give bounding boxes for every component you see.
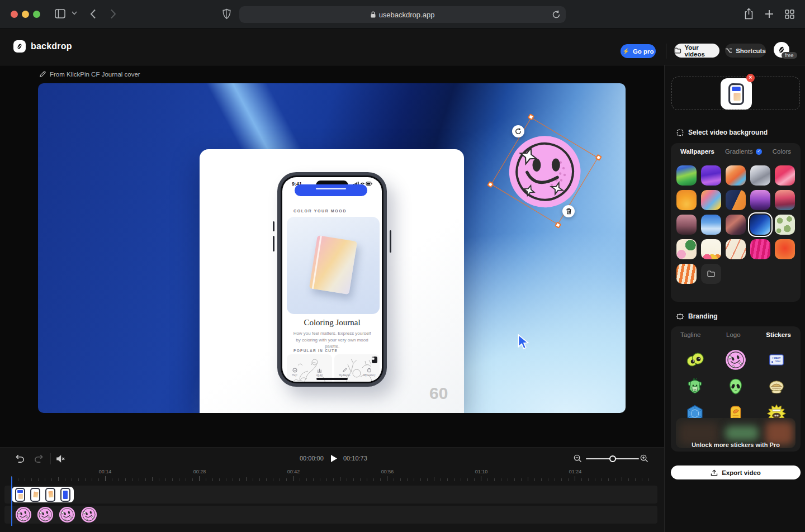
back-button[interactable] [90,9,96,19]
wallpaper-orange-swirl[interactable] [726,165,746,186]
brand[interactable]: backdrop [13,40,72,53]
privacy-shield-icon[interactable] [222,8,231,20]
wallpaper-cobalt-silk[interactable] [750,215,770,235]
tab-overview-icon[interactable] [785,10,794,19]
wallpaper-arch-collage[interactable] [701,239,721,259]
wallpaper-sky-clouds[interactable] [701,215,721,235]
tab-wallpapers[interactable]: Wallpapers [680,148,714,155]
sticker-grid [671,343,801,428]
canvas-smiley-sticker[interactable] [498,124,592,218]
new-tab-icon[interactable] [765,10,774,18]
wallpaper-sage-matisse[interactable] [775,215,795,235]
window-zoom-button[interactable] [33,11,40,18]
delete-sticker-button[interactable] [562,205,575,217]
sticker-taco-cream[interactable] [756,374,797,399]
resize-handle[interactable] [595,154,602,161]
forward-button[interactable] [110,9,116,19]
zoom-slider-knob[interactable] [609,455,616,462]
ruler-tick [447,478,448,481]
shortcuts-button[interactable]: Shortcuts [725,44,766,58]
wallpaper-magenta-swirl[interactable] [750,239,770,259]
wallpaper-squiggle-cream[interactable] [726,239,746,259]
source-label-row[interactable]: From KlickPin CF Journal cover [39,71,140,78]
window-close-button[interactable] [11,11,18,18]
wallpaper-poppy-orange[interactable] [676,190,697,210]
export-video-button[interactable]: Export video [671,466,801,479]
pro-stickers-banner[interactable]: Unlock more stickers with Pro [676,418,795,448]
wallpaper-coral-glow[interactable] [775,239,795,259]
video-canvas[interactable]: 9:41 COLOR YOUR MOOD Coloring Journal [38,83,626,413]
tab-logo[interactable]: Logo [726,331,741,338]
current-time: 00:00:00 [300,455,324,462]
address-bar[interactable]: usebackdrop.app [239,6,566,23]
video-clip[interactable] [12,487,74,502]
zoom-slider[interactable] [586,458,639,459]
branding-icon [676,313,684,320]
undo-button[interactable] [15,454,25,463]
ruler-tick [125,478,126,481]
wallpaper-leaf-collage[interactable] [676,239,697,259]
ruler-tick [18,478,18,481]
ruler-tick [112,478,112,481]
ruler-tick [333,478,334,481]
ruler-tick [487,478,488,481]
wallpaper-sonoma-green[interactable] [676,165,697,186]
journal-book-image [309,235,357,294]
sidebar-toggle-icon[interactable] [55,9,65,18]
redo-button[interactable] [34,454,44,463]
wallpaper-bigsur-pink[interactable] [775,165,795,186]
tab-colors[interactable]: Colors [773,148,791,155]
clip-thumb-smiley-pink [59,506,75,523]
resize-handle[interactable] [555,222,561,229]
ruler-tick [387,476,387,481]
brand-name: backdrop [31,41,72,51]
window-minimize-button[interactable] [22,11,29,18]
active-asset-slot[interactable]: × [671,77,800,110]
mute-button[interactable] [56,454,65,463]
ruler-tick [501,478,501,481]
tab-stickers[interactable]: Stickers [766,331,791,338]
wallpaper-ember-wave[interactable] [726,215,746,235]
wallpaper-navy-orange[interactable] [726,190,746,210]
phone-power-button [390,230,391,253]
home-indicator [316,378,348,380]
rotate-sticker-button[interactable] [512,125,524,137]
sticker-eyes-green[interactable] [674,348,715,372]
chevron-down-icon[interactable] [72,11,77,15]
share-icon[interactable] [744,8,754,20]
wallpaper-tiger-waves[interactable] [676,264,697,284]
ruler-tick [635,478,636,481]
tab-tagline[interactable]: Tagline [680,331,700,338]
sticker-selection-box[interactable] [491,117,598,225]
wallpaper-mauve-dusk[interactable] [676,215,697,235]
wallpaper-crimson-lake[interactable] [775,190,795,210]
video-asset-thumbnail[interactable] [721,78,752,110]
wallpaper-silver-wave[interactable] [750,165,770,186]
lightning-icon: ⚡ [622,48,629,54]
wallpaper-gradient-blur[interactable] [701,190,721,210]
wallpaper-purple-dunes[interactable] [701,165,721,186]
sticker-gorilla-green[interactable] [674,374,715,399]
resize-handle[interactable] [487,181,494,188]
play-button[interactable] [330,454,338,463]
your-videos-button[interactable]: Your videos [674,44,719,58]
ruler-label: 00:42 [287,469,300,474]
wallpaper-upload-folder[interactable] [701,264,721,284]
ruler-tick [494,478,495,481]
sticker-alien-green[interactable] [715,374,756,399]
remove-asset-button[interactable]: × [746,74,755,82]
wallpaper-purple-peaks[interactable] [750,190,770,210]
sticker-smiley-pink[interactable] [715,348,756,372]
reload-icon[interactable] [552,10,560,21]
timeline-ruler[interactable]: 00:1400:2800:4200:5601:1001:24 [0,469,657,482]
zoom-in-button[interactable] [640,454,648,463]
go-pro-button[interactable]: ⚡ Go pro [621,44,656,58]
sticker-i-want-you-badge[interactable] [756,348,797,372]
tab-gradients[interactable]: Gradients✓ [725,148,762,155]
ruler-tick [212,478,213,481]
ruler-tick [152,477,153,481]
sticker-clip[interactable] [12,507,101,522]
zoom-out-button[interactable] [574,454,582,463]
resize-handle[interactable] [528,113,534,120]
select-bg-title-row: Select video background [676,129,768,136]
